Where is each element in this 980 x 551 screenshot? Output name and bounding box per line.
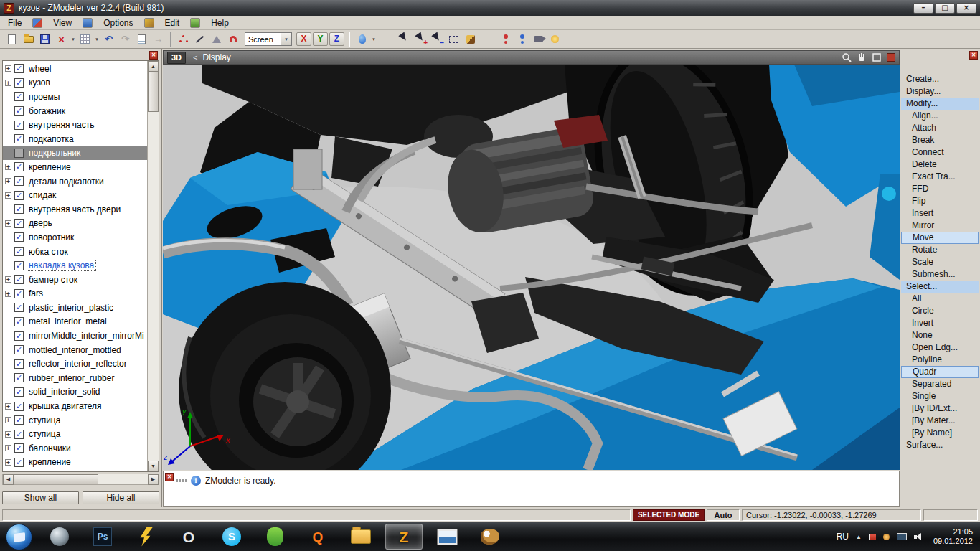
horizontal-scroll-thumb[interactable] xyxy=(14,474,98,484)
close-message-panel-icon[interactable]: × xyxy=(165,473,174,481)
tree-item[interactable]: ✓solid_interior_solid xyxy=(3,385,148,400)
menu-item-file[interactable]: File xyxy=(2,17,27,29)
command-item-create[interactable]: Create... xyxy=(901,73,979,85)
expander-icon[interactable]: + xyxy=(5,164,11,170)
expander-icon[interactable]: + xyxy=(5,276,11,283)
expander-icon[interactable]: + xyxy=(5,403,11,410)
dropdown-arrow-icon[interactable]: ▼ xyxy=(70,32,77,47)
visibility-checkbox[interactable]: ✓ xyxy=(14,121,24,130)
tree-item[interactable]: +✓fars xyxy=(3,287,148,301)
visibility-checkbox[interactable]: ✓ xyxy=(14,78,24,88)
show-all-button[interactable]: Show all xyxy=(2,491,79,504)
expander-icon[interactable]: + xyxy=(5,192,11,199)
visibility-checkbox[interactable]: ✓ xyxy=(14,134,24,143)
visibility-checkbox[interactable]: ✓ xyxy=(14,191,24,200)
command-item-delete[interactable]: Delete xyxy=(901,159,979,171)
tree-item[interactable]: ✓metal_interior_metal xyxy=(3,315,148,329)
new-icon[interactable] xyxy=(4,32,20,47)
magnet-icon[interactable] xyxy=(225,32,241,47)
command-item-modify[interactable]: Modify... xyxy=(901,98,979,110)
edges-icon[interactable] xyxy=(192,32,208,47)
view-mode-button[interactable]: 3D xyxy=(167,52,186,64)
close-panel-icon[interactable]: × xyxy=(149,51,158,60)
tree-item[interactable]: +✓балончики xyxy=(3,441,148,456)
command-item-exact-tra[interactable]: Exact Tra... xyxy=(901,171,979,183)
axis-x-button[interactable]: X xyxy=(296,32,311,46)
expander-icon[interactable]: + xyxy=(5,459,11,466)
menubar-icon[interactable] xyxy=(144,18,154,28)
visibility-checkbox[interactable]: ✓ xyxy=(14,275,24,284)
zoom-icon[interactable] xyxy=(842,52,852,62)
open-icon[interactable] xyxy=(20,32,37,47)
material-icon[interactable] xyxy=(354,32,370,47)
tree-item[interactable]: +✓крышка двигателя xyxy=(3,399,148,413)
visibility-checkbox[interactable]: ✓ xyxy=(14,458,24,467)
tree-item[interactable]: ✓mottled_interior_mottled xyxy=(3,343,148,357)
menu-item-view[interactable]: View xyxy=(47,17,77,29)
visibility-checkbox[interactable]: ✓ xyxy=(14,247,24,256)
taskbar-qip-button[interactable]: Q xyxy=(299,524,336,550)
taskbar-lightning-button[interactable] xyxy=(127,524,164,550)
notes-icon[interactable] xyxy=(133,32,150,47)
command-item-attach[interactable]: Attach xyxy=(901,122,979,134)
visibility-checkbox[interactable]: ✓ xyxy=(14,430,24,439)
cursor-plus-icon[interactable]: + xyxy=(413,32,429,47)
network-icon[interactable] xyxy=(897,533,907,540)
scroll-down-icon[interactable]: ▼ xyxy=(148,461,159,471)
visibility-checkbox[interactable]: ✓ xyxy=(14,415,24,425)
tree-item[interactable]: ✓внутреняя часть двери xyxy=(3,202,148,217)
visibility-checkbox[interactable]: ✓ xyxy=(14,387,24,397)
figure-icon[interactable] xyxy=(514,32,530,47)
visibility-checkbox[interactable]: ✓ xyxy=(14,289,24,298)
command-item-circle[interactable]: Circle xyxy=(901,305,979,317)
taskbar-image-viewer-button[interactable] xyxy=(428,524,466,550)
command-item-submesh[interactable]: Submesh... xyxy=(901,268,979,281)
command-item-scale[interactable]: Scale xyxy=(901,256,979,268)
command-item-by-name[interactable]: [By Name] xyxy=(901,427,979,439)
tree-item[interactable]: +✓ступица xyxy=(3,413,148,428)
command-item-none[interactable]: None xyxy=(901,329,979,342)
taskbar-folder-button[interactable] xyxy=(342,524,380,550)
tree-item[interactable]: ✓поворотник xyxy=(3,230,148,245)
taskbar-photoshop-button[interactable]: Ps xyxy=(84,524,121,550)
tree-item[interactable]: +✓крепление xyxy=(3,456,148,470)
pan-hand-icon[interactable] xyxy=(857,52,867,62)
tree-horizontal-scrollbar[interactable]: ◀ ▶ xyxy=(2,474,159,485)
taskbar-zmodeler-button[interactable]: Z xyxy=(385,524,423,550)
visibility-checkbox[interactable]: ✓ xyxy=(14,331,24,341)
command-item-quadr[interactable]: Quadr xyxy=(901,366,979,378)
cursor-icon[interactable] xyxy=(396,32,413,47)
visibility-checkbox[interactable]: ✓ xyxy=(14,317,24,326)
start-button[interactable] xyxy=(6,524,32,550)
vertical-scroll-thumb[interactable] xyxy=(148,72,159,112)
vertices-icon[interactable] xyxy=(175,32,192,47)
clock[interactable]: 21:05 09.01.2012 xyxy=(930,527,973,546)
expander-icon[interactable]: + xyxy=(5,431,11,438)
command-item-align[interactable]: Align... xyxy=(901,110,979,122)
command-item-break[interactable]: Break xyxy=(901,134,979,146)
undo-icon[interactable]: ↶ xyxy=(100,32,117,47)
command-item-separated[interactable]: Separated xyxy=(901,378,979,390)
screen-mode-combo[interactable]: Screen▼ xyxy=(245,32,292,46)
command-item-polyline[interactable]: Polyline xyxy=(901,354,979,366)
tree-item[interactable]: подкрыльник xyxy=(3,146,148,161)
tree-item[interactable]: ✓plastic_interior_plastic xyxy=(3,301,148,315)
taskbar-browser-button[interactable] xyxy=(41,524,78,550)
tree-item[interactable]: ✓проемы xyxy=(3,90,148,104)
action-center-flag-icon[interactable] xyxy=(869,534,876,540)
tree-item[interactable]: +✓wheel xyxy=(3,62,148,76)
tree-item[interactable]: ✓mirrorMiddle_interior_mirrorMi xyxy=(3,329,148,343)
expander-icon[interactable]: + xyxy=(5,417,11,423)
tree-item[interactable]: ✓богажник xyxy=(3,104,148,118)
command-item-flip[interactable]: Flip xyxy=(901,195,979,207)
expander-icon[interactable]: + xyxy=(5,80,11,86)
delete-icon[interactable]: × xyxy=(53,32,70,47)
view-name[interactable]: Display xyxy=(203,52,231,62)
expander-icon[interactable]: + xyxy=(5,445,11,451)
expander-icon[interactable]: + xyxy=(5,65,11,72)
tree-item[interactable]: +✓спидак xyxy=(3,188,148,202)
visibility-checkbox[interactable]: ✓ xyxy=(14,92,24,101)
visibility-checkbox[interactable]: ✓ xyxy=(14,232,24,242)
tree-item[interactable]: ✓rubber_interior_rubber xyxy=(3,371,148,385)
export-icon[interactable]: → xyxy=(150,32,166,47)
